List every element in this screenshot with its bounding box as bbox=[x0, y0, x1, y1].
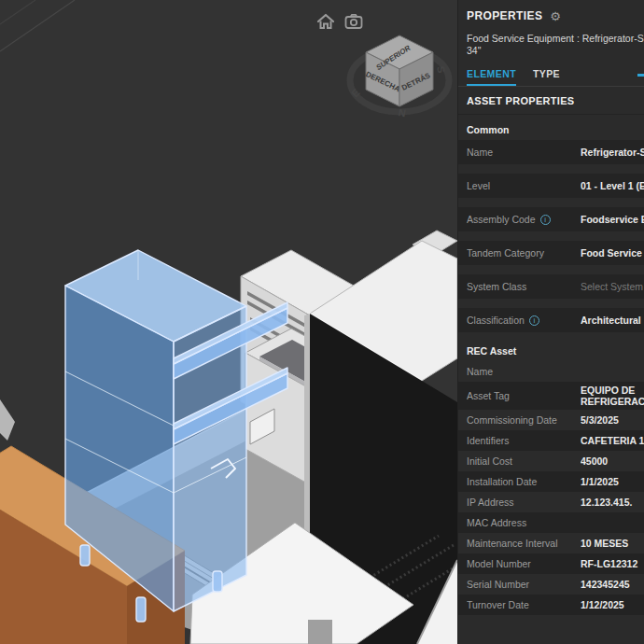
camera-screenshot-button[interactable] bbox=[343, 12, 364, 31]
property-row-identifiers[interactable]: Identifiers CAFETERIA 1 bbox=[458, 430, 644, 451]
property-row-installation-date[interactable]: Installation Date 1/1/2025 bbox=[458, 471, 644, 492]
selected-element-description: Food Service Equipment : Refrigerator-Si… bbox=[458, 26, 644, 63]
property-row-asset-tag[interactable]: Asset Tag EQUIPO DE REFRIGERACI bbox=[458, 382, 644, 410]
property-row-maintenance-interval[interactable]: Maintenance Interval 10 MESES bbox=[458, 533, 644, 553]
home-view-button[interactable] bbox=[315, 12, 336, 31]
property-row-serial-number[interactable]: Serial Number 142345245 bbox=[458, 574, 644, 595]
property-row-assembly-code[interactable]: Assembly Code Foodservice E bbox=[458, 207, 644, 231]
gear-icon[interactable]: ⚙ bbox=[550, 10, 561, 22]
tab-row-overflow-indicator[interactable] bbox=[637, 74, 644, 77]
property-row-mac-address[interactable]: MAC Address bbox=[458, 512, 644, 533]
property-row-ip-address[interactable]: IP Address 12.123.415. bbox=[458, 492, 644, 512]
3d-viewport[interactable]: N E S SUPERIOR DERECHA DETRÁS bbox=[0, 0, 457, 644]
tab-element[interactable]: ELEMENT bbox=[467, 68, 516, 86]
property-row-rec-name[interactable]: Name bbox=[458, 361, 644, 382]
property-row-commissioning-date[interactable]: Commissioning Date 5/3/2025 bbox=[458, 410, 644, 430]
home-icon bbox=[315, 12, 336, 31]
property-row-tandem-category[interactable]: Tandem Category Food Service E bbox=[458, 241, 644, 265]
background-edge-lines bbox=[0, 0, 75, 51]
tab-type[interactable]: TYPE bbox=[533, 68, 560, 86]
asset-properties-header: ASSET PROPERTIES bbox=[458, 87, 644, 115]
compass-n-label: N bbox=[398, 106, 407, 119]
property-row-initial-cost[interactable]: Initial Cost 45000 bbox=[458, 451, 644, 471]
panel-title: PROPERTIES bbox=[467, 9, 542, 22]
property-row-model-number[interactable]: Model Number RF-LG12312 bbox=[458, 553, 644, 574]
table-notch bbox=[308, 620, 332, 644]
group-common: Name Refrigerator-Si Level 01 - Level 1 … bbox=[458, 140, 644, 332]
property-row-turnover-date[interactable]: Turnover Date 1/12/2025 bbox=[458, 595, 644, 615]
info-icon[interactable] bbox=[529, 315, 539, 326]
3d-scene-canvas[interactable]: N E S SUPERIOR DERECHA DETRÁS bbox=[0, 0, 457, 644]
properties-panel: PROPERTIES ⚙ Food Service Equipment : Re… bbox=[457, 0, 644, 644]
group-header-rec-asset: REC Asset bbox=[458, 332, 644, 361]
camera-icon bbox=[343, 12, 364, 31]
view-cube[interactable]: SUPERIOR DERECHA DETRÁS bbox=[364, 35, 433, 106]
app-window: N E S SUPERIOR DERECHA DETRÁS bbox=[0, 0, 644, 644]
group-rec-asset: Name Asset Tag EQUIPO DE REFRIGERACI Com… bbox=[458, 361, 644, 615]
property-row-level[interactable]: Level 01 - Level 1 (E bbox=[458, 174, 644, 198]
property-row-system-class[interactable]: System Class Select System bbox=[458, 274, 644, 299]
scene-left-edge-equipment[interactable] bbox=[0, 399, 15, 441]
group-header-common: Common bbox=[458, 115, 644, 140]
panel-tabs: ELEMENT TYPE bbox=[458, 63, 644, 87]
property-row-classification[interactable]: Classification Architectural bbox=[458, 308, 644, 332]
info-icon[interactable] bbox=[540, 215, 551, 225]
property-row-name[interactable]: Name Refrigerator-Si bbox=[458, 140, 644, 164]
